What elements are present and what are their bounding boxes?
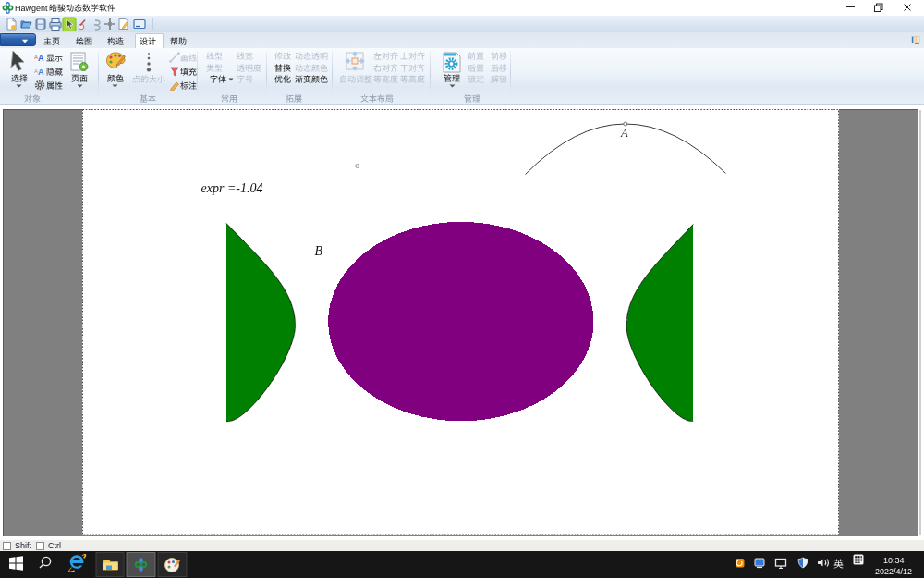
- svg-text:B: B: [315, 244, 323, 258]
- svg-text:A: A: [620, 127, 628, 140]
- svg-text:expr =-1.04: expr =-1.04: [201, 181, 263, 195]
